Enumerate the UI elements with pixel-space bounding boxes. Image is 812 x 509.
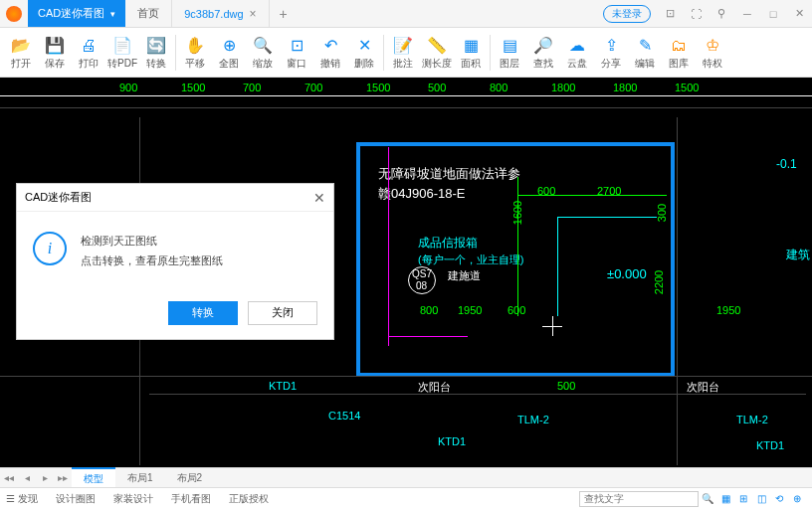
tool-图库[interactable]: 🗂图库: [662, 30, 696, 76]
chevron-down-icon: ▾: [110, 9, 115, 19]
search-input[interactable]: [579, 491, 699, 507]
status-design-circle[interactable]: 设计圈图: [56, 492, 96, 506]
tab-home[interactable]: 首页: [125, 0, 172, 27]
status-icon-3[interactable]: ◫: [752, 493, 770, 504]
tab-model[interactable]: 模型: [72, 467, 115, 489]
box-label: 成品信报箱: [418, 235, 478, 252]
box-note: (每户一个，业主自理): [418, 253, 523, 267]
annotation-title: 无障碍坡道地面做法详参: [378, 165, 520, 183]
tab-layout2[interactable]: 布局2: [165, 468, 215, 488]
titlebar: CAD迷你看图▾ 首页 9c38b7.dwg × + 未登录 ⊡ ⛶ ⚲ ─ □…: [0, 0, 812, 28]
tool-云盘[interactable]: ☁云盘: [560, 30, 594, 76]
status-license[interactable]: 正版授权: [229, 492, 269, 506]
tool-查找[interactable]: 🔎查找: [526, 30, 560, 76]
tab-nav-next[interactable]: ▸: [36, 472, 54, 483]
qs-num: 08: [416, 280, 427, 291]
fullscreen-icon[interactable]: ⛶: [683, 8, 709, 20]
tool-打开[interactable]: 📂打开: [4, 30, 38, 76]
tool-删除[interactable]: ✕删除: [347, 30, 381, 76]
tool-转PDF[interactable]: 📄转PDF: [105, 30, 139, 76]
app-name-tab[interactable]: CAD迷你看图▾: [28, 0, 125, 27]
dialog-message-2: 点击转换，查看原生完整图纸: [81, 252, 223, 271]
app-icon: [6, 6, 22, 22]
statusbar: ☰ 发现 设计圈图 家装设计 手机看图 正版授权 🔍 ▦ ⊞ ◫ ⟲ ⊕: [0, 487, 812, 509]
info-icon: i: [33, 232, 67, 265]
tool-全图[interactable]: ⊕全图: [212, 30, 246, 76]
model-tabbar: ◂◂ ◂ ▸ ▸▸ 模型 布局1 布局2: [0, 467, 812, 487]
tool-保存[interactable]: 💾保存: [38, 30, 72, 76]
tool-打印[interactable]: 🖨打印: [72, 30, 105, 76]
tab-add[interactable]: +: [270, 6, 298, 22]
tool-缩放[interactable]: 🔍缩放: [246, 30, 280, 76]
search-icon[interactable]: 🔍: [699, 493, 716, 504]
jianzhu: 建筑: [786, 247, 810, 263]
cursor-crosshair: [542, 316, 562, 336]
tab-nav-prev[interactable]: ◂: [18, 472, 36, 483]
toolbar: 📂打开💾保存🖨打印📄转PDF🔄转换✋平移⊕全图🔍缩放⊡窗口↶撤销✕删除📝批注📏测…: [0, 28, 812, 78]
status-icon-5[interactable]: ⊕: [788, 493, 806, 504]
dialog-titlebar[interactable]: CAD迷你看图 ✕: [17, 184, 333, 212]
tool-面积[interactable]: ▦面积: [454, 30, 488, 76]
tab-document[interactable]: 9c38b7.dwg ×: [172, 0, 269, 27]
status-icon-2[interactable]: ⊞: [734, 493, 752, 504]
tool-特权[interactable]: ♔特权: [696, 30, 729, 76]
qs-label: QS7: [412, 268, 432, 279]
maximize-icon[interactable]: □: [760, 8, 786, 20]
dialog-message-1: 检测到天正图纸: [81, 232, 223, 252]
dialog-cancel-button[interactable]: 关闭: [248, 301, 317, 325]
window-close-icon[interactable]: ✕: [786, 7, 812, 20]
elevation-2: -0.1: [776, 157, 797, 171]
status-home-design[interactable]: 家装设计: [113, 492, 153, 506]
tool-平移[interactable]: ✋平移: [178, 30, 212, 76]
close-icon[interactable]: ×: [250, 7, 257, 21]
tab-nav-last[interactable]: ▸▸: [54, 472, 72, 483]
minimize-icon[interactable]: ─: [734, 8, 760, 20]
settings-icon[interactable]: ⊡: [657, 7, 683, 20]
status-icon-4[interactable]: ⟲: [770, 493, 788, 504]
tool-编辑[interactable]: ✎编辑: [628, 30, 662, 76]
tool-撤销[interactable]: ↶撤销: [313, 30, 347, 76]
status-mobile-view[interactable]: 手机看图: [171, 492, 211, 506]
tool-分享[interactable]: ⇪分享: [594, 30, 628, 76]
convert-button[interactable]: 转换: [168, 301, 238, 325]
convert-dialog: CAD迷你看图 ✕ i 检测到天正图纸 点击转换，查看原生完整图纸 转换 关闭: [16, 183, 334, 340]
status-discover[interactable]: ☰ 发现: [6, 492, 38, 506]
tool-测长度[interactable]: 📏测长度: [420, 30, 454, 76]
tool-批注[interactable]: 📝批注: [386, 30, 420, 76]
annotation-ref: 赣04J906-18-E: [378, 185, 465, 203]
status-icon-1[interactable]: ▦: [716, 493, 734, 504]
tab-nav-first[interactable]: ◂◂: [0, 472, 18, 483]
dialog-close-icon[interactable]: ✕: [313, 190, 325, 206]
login-button[interactable]: 未登录: [603, 5, 651, 23]
tab-layout1[interactable]: 布局1: [115, 468, 165, 488]
tool-窗口[interactable]: ⊡窗口: [280, 30, 313, 76]
pin-icon[interactable]: ⚲: [709, 7, 734, 20]
elevation: ±0.000: [607, 266, 647, 281]
tool-转换[interactable]: 🔄转换: [139, 30, 173, 76]
jianshidao: 建施道: [448, 268, 481, 283]
tool-图层[interactable]: ▤图层: [493, 30, 526, 76]
